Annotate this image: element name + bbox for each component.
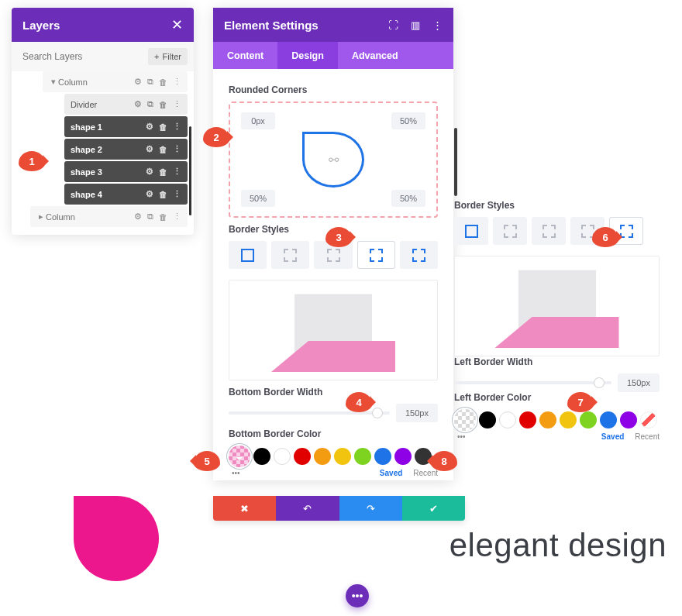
search-input[interactable] bbox=[18, 48, 143, 65]
trash-icon[interactable]: 🗑 bbox=[159, 122, 167, 132]
close-icon[interactable]: ✕ bbox=[171, 16, 183, 33]
palette-recent[interactable]: Recent bbox=[635, 432, 660, 441]
copy-icon[interactable]: ⧉ bbox=[147, 212, 153, 222]
swatch-yellow[interactable] bbox=[560, 411, 577, 428]
expand-icon[interactable]: ⛶ bbox=[388, 19, 398, 31]
gear-icon[interactable]: ⚙ bbox=[146, 167, 153, 177]
preview-trapezoid bbox=[495, 317, 619, 348]
corner-bl-value[interactable]: 50% bbox=[241, 190, 275, 207]
border-bottom[interactable] bbox=[357, 241, 395, 269]
more-colors-icon[interactable]: ••• bbox=[232, 469, 240, 477]
more-icon[interactable]: ⋮ bbox=[173, 99, 181, 109]
bottom-border-width-row: 150px bbox=[229, 404, 438, 422]
gear-icon[interactable]: ⚙ bbox=[134, 99, 142, 109]
layer-row-shape1[interactable]: shape 1 ⚙🗑⋮ bbox=[64, 116, 188, 137]
swatch-green[interactable] bbox=[354, 448, 371, 465]
left-border-color-title: Left Border Color bbox=[454, 392, 660, 403]
gear-icon[interactable]: ⚙ bbox=[134, 77, 142, 87]
palette-saved[interactable]: Saved bbox=[601, 432, 624, 441]
swatch-orange[interactable] bbox=[314, 448, 331, 465]
trash-icon[interactable]: 🗑 bbox=[159, 190, 167, 199]
left-border-width-value[interactable]: 150px bbox=[618, 373, 660, 392]
bottom-border-width-slider[interactable] bbox=[229, 411, 390, 415]
more-icon[interactable]: ⋮ bbox=[173, 189, 181, 199]
border-all[interactable] bbox=[454, 217, 488, 245]
border-all[interactable] bbox=[229, 241, 267, 269]
callout-6: 6 bbox=[592, 227, 618, 247]
swatch-purple[interactable] bbox=[620, 411, 637, 428]
swatch-green[interactable] bbox=[580, 411, 597, 428]
swatch-yellow[interactable] bbox=[334, 448, 351, 465]
gear-icon[interactable]: ⚙ bbox=[146, 144, 153, 154]
layer-row-divider[interactable]: Divider ⚙⧉🗑⋮ bbox=[64, 94, 188, 115]
more-icon[interactable]: ⋮ bbox=[173, 77, 181, 87]
swatch-purple[interactable] bbox=[394, 448, 412, 465]
more-icon[interactable]: ⋮ bbox=[173, 212, 181, 222]
palette-recent[interactable]: Recent bbox=[413, 469, 438, 477]
gear-icon[interactable]: ⚙ bbox=[146, 189, 153, 199]
color-sublabels: ••• Saved Recent bbox=[229, 469, 438, 477]
border-styles-title-right: Border Styles bbox=[454, 200, 660, 211]
gear-icon[interactable]: ⚙ bbox=[146, 122, 153, 132]
swatch-white[interactable] bbox=[499, 411, 516, 428]
cancel-button[interactable]: ✖ bbox=[213, 496, 276, 521]
trash-icon[interactable]: 🗑 bbox=[159, 100, 167, 109]
gear-icon[interactable]: ⚙ bbox=[134, 212, 142, 222]
link-icon[interactable]: ⚯ bbox=[329, 153, 339, 167]
trash-icon[interactable]: 🗑 bbox=[159, 77, 167, 87]
border-style-picker-right bbox=[454, 217, 660, 245]
tab-advanced[interactable]: Advanced bbox=[338, 42, 412, 69]
swatch-blue[interactable] bbox=[600, 411, 617, 428]
border-top[interactable] bbox=[493, 217, 527, 245]
swatch-transparent[interactable] bbox=[454, 409, 476, 431]
layer-row-shape4[interactable]: shape 4 ⚙🗑⋮ bbox=[64, 184, 188, 205]
undo-button[interactable]: ↶ bbox=[276, 496, 339, 521]
redo-button[interactable]: ↷ bbox=[339, 496, 402, 521]
border-right[interactable] bbox=[532, 217, 566, 245]
more-icon[interactable]: ⋮ bbox=[173, 167, 181, 177]
border-left[interactable] bbox=[400, 241, 438, 269]
layer-row-shape2[interactable]: shape 2 ⚙🗑⋮ bbox=[64, 139, 188, 160]
corner-br-value[interactable]: 50% bbox=[391, 190, 425, 207]
swatch-red[interactable] bbox=[294, 448, 311, 465]
settings-tabs: Content Design Advanced bbox=[213, 42, 453, 69]
tab-design[interactable]: Design bbox=[277, 42, 338, 69]
caret-down-icon[interactable]: ▾ bbox=[49, 77, 58, 87]
swatch-orange[interactable] bbox=[539, 411, 556, 428]
tab-content[interactable]: Content bbox=[213, 42, 277, 69]
save-button[interactable]: ✔ bbox=[402, 496, 465, 521]
columns-icon[interactable]: ▥ bbox=[411, 19, 420, 31]
more-icon[interactable]: ⋮ bbox=[173, 122, 181, 132]
settings-header: Element Settings ⛶ ▥ ⋮ bbox=[213, 8, 453, 42]
color-eyedropper[interactable] bbox=[229, 446, 250, 467]
caret-right-icon[interactable]: ▸ bbox=[36, 212, 46, 222]
swatch-none[interactable] bbox=[640, 411, 657, 428]
settings-body: Rounded Corners 0px 50% 50% 50% ⚯ Border… bbox=[213, 69, 453, 480]
trash-icon[interactable]: 🗑 bbox=[159, 145, 167, 154]
fab-more-button[interactable]: ••• bbox=[346, 584, 369, 607]
more-icon[interactable]: ⋮ bbox=[432, 19, 443, 31]
swatch-red[interactable] bbox=[519, 411, 536, 428]
layer-row-shape3[interactable]: shape 3 ⚙🗑⋮ bbox=[64, 161, 188, 182]
more-colors-icon[interactable]: ••• bbox=[457, 432, 466, 441]
swatch-black[interactable] bbox=[253, 448, 270, 465]
rounded-corners-control[interactable]: 0px 50% 50% 50% ⚯ bbox=[229, 102, 438, 218]
bottom-border-width-value[interactable]: 150px bbox=[396, 404, 438, 422]
plus-icon: + bbox=[154, 52, 159, 61]
left-border-width-slider[interactable] bbox=[454, 381, 611, 384]
swatch-black[interactable] bbox=[479, 411, 496, 428]
trash-icon[interactable]: 🗑 bbox=[159, 167, 167, 177]
swatch-blue[interactable] bbox=[374, 448, 391, 465]
corner-tl-value[interactable]: 0px bbox=[241, 112, 275, 129]
trash-icon[interactable]: 🗑 bbox=[159, 212, 167, 222]
swatch-white[interactable] bbox=[274, 448, 291, 465]
corner-tr-value[interactable]: 50% bbox=[391, 112, 425, 129]
palette-saved[interactable]: Saved bbox=[380, 469, 402, 477]
more-icon[interactable]: ⋮ bbox=[173, 144, 181, 154]
copy-icon[interactable]: ⧉ bbox=[147, 99, 153, 109]
filter-button[interactable]: +Filter bbox=[148, 48, 188, 65]
layer-row-column2[interactable]: ▸ Column ⚙⧉🗑⋮ bbox=[30, 206, 188, 227]
border-top[interactable] bbox=[271, 241, 309, 269]
copy-icon[interactable]: ⧉ bbox=[147, 77, 153, 87]
layer-row-column[interactable]: ▾ Column ⚙⧉🗑⋮ bbox=[43, 71, 188, 92]
